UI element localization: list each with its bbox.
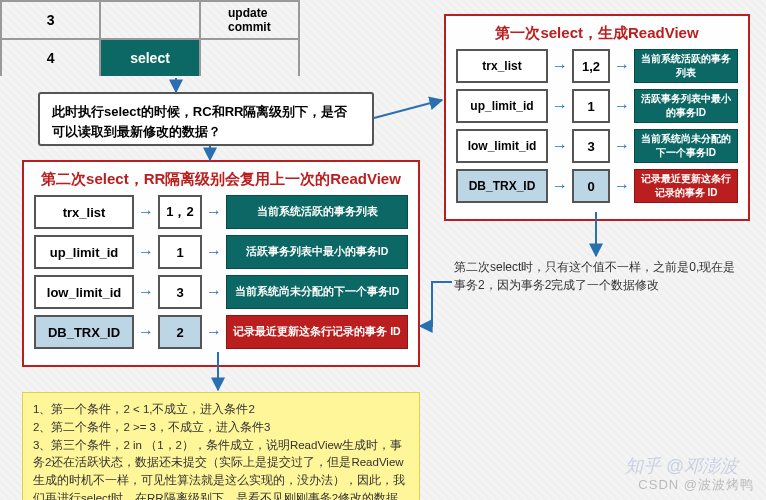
rv-field-name: DB_TRX_ID [456, 169, 548, 203]
step-cell: update commit [199, 0, 298, 38]
step-cell: 3 [0, 0, 99, 38]
step-cell [99, 0, 198, 38]
rv-field-name: low_limit_id [34, 275, 134, 309]
arrow-icon: → [202, 243, 226, 261]
rv-field-desc: 当前系统活跃的事务列表 [226, 195, 408, 229]
rv-field-desc: 活跃事务列表中最小的事务ID [634, 89, 738, 123]
rv-field-desc: 当前系统活跃的事务列表 [634, 49, 738, 83]
arrow-icon: → [548, 97, 572, 115]
readview-row: up_limit_id→1→活跃事务列表中最小的事务ID [34, 235, 408, 269]
arrow-icon: → [548, 177, 572, 195]
readview-row: low_limit_id→3→当前系统尚未分配的下一个事务ID [456, 129, 738, 163]
rv-field-value: 1,2 [572, 49, 610, 83]
rv-field-desc: 当前系统尚未分配的下一个事务ID [226, 275, 408, 309]
arrow-icon: → [202, 283, 226, 301]
conclusion-box: 1、第一个条件，2 < 1,不成立，进入条件2 2、第二个条件，2 >= 3，不… [22, 392, 420, 500]
arrow-icon: → [610, 177, 634, 195]
diff-note: 第二次select时，只有这个值不一样，之前是0,现在是事务2，因为事务2完成了… [454, 258, 744, 294]
arrow-icon: → [202, 323, 226, 341]
watermark-csdn: CSDN @波波烤鸭 [638, 476, 754, 494]
question-box: 此时执行select的时候，RC和RR隔离级别下，是否可以读取到最新修改的数据？ [38, 92, 374, 146]
readview-row: trx_list→1，2→当前系统活跃的事务列表 [34, 195, 408, 229]
rv-field-name: DB_TRX_ID [34, 315, 134, 349]
rv-field-desc: 记录最近更新这条行记录的事务 ID [634, 169, 738, 203]
step-cell [199, 38, 298, 76]
rv-field-name: trx_list [34, 195, 134, 229]
arrow-icon: → [134, 243, 158, 261]
arrow-icon: → [202, 203, 226, 221]
rv-field-value: 1 [572, 89, 610, 123]
rv-field-name: trx_list [456, 49, 548, 83]
rv-field-desc: 记录最近更新这条行记录的事务 ID [226, 315, 408, 349]
rv-field-desc: 活跃事务列表中最小的事务ID [226, 235, 408, 269]
readview-title: 第一次select，生成ReadView [456, 24, 738, 43]
rv-field-name: up_limit_id [456, 89, 548, 123]
readview-title: 第二次select，RR隔离级别会复用上一次的ReadView [34, 170, 408, 189]
rv-field-value: 0 [572, 169, 610, 203]
arrow-icon: → [134, 323, 158, 341]
step-cell: 4 [0, 38, 99, 76]
rv-field-value: 1 [158, 235, 202, 269]
readview-first: 第一次select，生成ReadView trx_list→1,2→当前系统活跃… [444, 14, 750, 221]
arrow-icon: → [548, 57, 572, 75]
arrow-icon: → [610, 97, 634, 115]
rv-field-value: 2 [158, 315, 202, 349]
rv-field-name: up_limit_id [34, 235, 134, 269]
arrow-icon: → [134, 283, 158, 301]
step-cell-highlight: select [99, 38, 198, 76]
rv-field-value: 3 [158, 275, 202, 309]
readview-row: up_limit_id→1→活跃事务列表中最小的事务ID [456, 89, 738, 123]
readview-row: DB_TRX_ID→2→记录最近更新这条行记录的事务 ID [34, 315, 408, 349]
rv-field-value: 3 [572, 129, 610, 163]
step-table: 3 update commit 4 select [0, 0, 300, 76]
arrow-icon: → [610, 137, 634, 155]
rv-field-name: low_limit_id [456, 129, 548, 163]
readview-row: trx_list→1,2→当前系统活跃的事务列表 [456, 49, 738, 83]
readview-row: DB_TRX_ID→0→记录最近更新这条行记录的事务 ID [456, 169, 738, 203]
rv-field-value: 1，2 [158, 195, 202, 229]
arrow-icon: → [134, 203, 158, 221]
arrow-icon: → [548, 137, 572, 155]
rv-field-desc: 当前系统尚未分配的下一个事务ID [634, 129, 738, 163]
question-text: 此时执行select的时候，RC和RR隔离级别下，是否可以读取到最新修改的数据？ [52, 104, 347, 139]
arrow-icon: → [610, 57, 634, 75]
readview-second: 第二次select，RR隔离级别会复用上一次的ReadView trx_list… [22, 160, 420, 367]
conclusion-text: 1、第一个条件，2 < 1,不成立，进入条件2 2、第二个条件，2 >= 3，不… [33, 403, 405, 500]
watermark-zhihu: 知乎 @邓澎波 [625, 454, 738, 478]
readview-row: low_limit_id→3→当前系统尚未分配的下一个事务ID [34, 275, 408, 309]
